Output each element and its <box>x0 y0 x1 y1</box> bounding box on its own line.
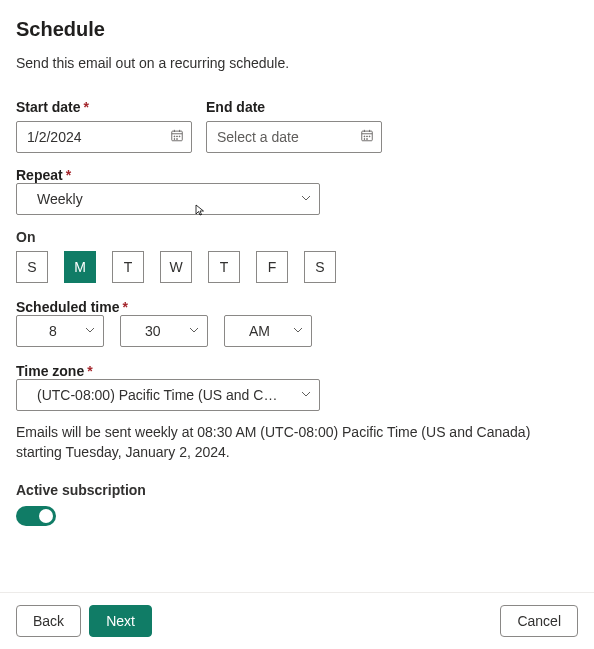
footer: Back Next Cancel <box>0 592 594 649</box>
timezone-label: Time zone* <box>16 363 93 379</box>
required-asterisk: * <box>66 167 71 183</box>
hour-select[interactable]: 8 <box>16 315 104 347</box>
day-tuesday[interactable]: T <box>112 251 144 283</box>
timezone-select[interactable]: (UTC-08:00) Pacific Time (US and Canada) <box>16 379 320 411</box>
required-asterisk: * <box>87 363 92 379</box>
day-wednesday[interactable]: W <box>160 251 192 283</box>
end-date-label: End date <box>206 99 382 115</box>
minute-select[interactable]: 30 <box>120 315 208 347</box>
page-subtitle: Send this email out on a recurring sched… <box>16 55 578 71</box>
start-date-input[interactable] <box>16 121 192 153</box>
start-date-label: Start date* <box>16 99 192 115</box>
timezone-label-text: Time zone <box>16 363 84 379</box>
day-sunday[interactable]: S <box>16 251 48 283</box>
day-thursday[interactable]: T <box>208 251 240 283</box>
repeat-select[interactable]: Weekly <box>16 183 320 215</box>
schedule-summary: Emails will be sent weekly at 08:30 AM (… <box>16 423 578 462</box>
next-button[interactable]: Next <box>89 605 152 637</box>
repeat-label: Repeat* <box>16 167 71 183</box>
day-monday[interactable]: M <box>64 251 96 283</box>
scheduled-time-label: Scheduled time* <box>16 299 128 315</box>
scheduled-time-label-text: Scheduled time <box>16 299 119 315</box>
on-label: On <box>16 229 578 245</box>
repeat-label-text: Repeat <box>16 167 63 183</box>
back-button[interactable]: Back <box>16 605 81 637</box>
required-asterisk: * <box>84 99 89 115</box>
day-friday[interactable]: F <box>256 251 288 283</box>
required-asterisk: * <box>122 299 127 315</box>
toggle-thumb <box>39 509 53 523</box>
start-date-label-text: Start date <box>16 99 81 115</box>
active-subscription-label: Active subscription <box>16 482 578 498</box>
day-saturday[interactable]: S <box>304 251 336 283</box>
ampm-select[interactable]: AM <box>224 315 312 347</box>
active-subscription-toggle[interactable] <box>16 506 56 526</box>
end-date-input[interactable] <box>206 121 382 153</box>
page-title: Schedule <box>16 18 578 41</box>
day-picker: S M T W T F S <box>16 251 578 283</box>
cancel-button[interactable]: Cancel <box>500 605 578 637</box>
